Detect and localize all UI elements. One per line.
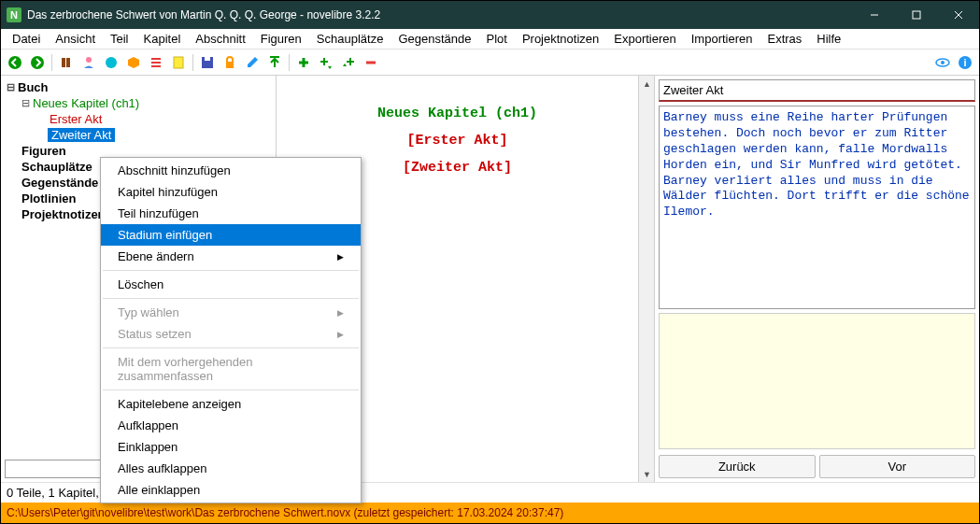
menu-ansicht[interactable]: Ansicht bbox=[48, 30, 103, 48]
svg-point-5 bbox=[31, 56, 44, 69]
app-icon: N bbox=[7, 7, 21, 22]
menu-kapitel[interactable]: Kapitel bbox=[136, 30, 189, 48]
svg-rect-1 bbox=[913, 11, 920, 19]
book-icon[interactable] bbox=[56, 52, 77, 73]
svg-rect-15 bbox=[205, 57, 210, 61]
info-icon[interactable]: i bbox=[955, 52, 975, 73]
menu-hilfe[interactable]: Hilfe bbox=[809, 30, 848, 48]
scroll-up-icon[interactable]: ▲ bbox=[639, 76, 655, 92]
tree-act2[interactable]: Zweiter Akt bbox=[1, 127, 276, 143]
titlebar: N Das zerbrochene Schwert von Martin Q. … bbox=[1, 1, 979, 29]
menu-projektnotizen[interactable]: Projektnotizen bbox=[515, 30, 606, 48]
svg-rect-10 bbox=[151, 58, 161, 60]
menu-abschnitt[interactable]: Abschnitt bbox=[188, 30, 252, 48]
ctx-insert-stage[interactable]: Stadium einfügen bbox=[101, 224, 361, 246]
window-title: Das zerbrochene Schwert von Martin Q. Q.… bbox=[27, 8, 853, 21]
svg-point-4 bbox=[8, 56, 21, 69]
doc-scrollbar[interactable]: ▲ ▼ bbox=[638, 76, 654, 482]
svg-rect-12 bbox=[151, 65, 161, 67]
maximize-button[interactable] bbox=[895, 1, 937, 29]
svg-rect-13 bbox=[174, 57, 183, 68]
ctx-expand-all[interactable]: Alles aufklappen bbox=[101, 458, 361, 479]
svg-rect-7 bbox=[66, 58, 70, 67]
save-icon[interactable] bbox=[197, 52, 218, 73]
ctx-delete[interactable]: Löschen bbox=[101, 274, 361, 295]
lock-icon[interactable] bbox=[220, 52, 240, 73]
svg-rect-11 bbox=[151, 62, 161, 64]
remove-icon[interactable] bbox=[361, 52, 381, 73]
tree-root-book[interactable]: ⊟Buch bbox=[1, 79, 276, 95]
doc-chapter-heading: Neues Kapitel (ch1) bbox=[284, 106, 631, 121]
menu-exportieren[interactable]: Exportieren bbox=[606, 30, 683, 48]
menubar: Datei Ansicht Teil Kapitel Abschnitt Fig… bbox=[1, 29, 979, 50]
export-icon[interactable] bbox=[264, 52, 285, 73]
plot-icon[interactable] bbox=[146, 52, 166, 73]
context-menu: Abschnitt hinzufügen Kapitel hinzufügen … bbox=[100, 157, 362, 503]
menu-schauplaetze[interactable]: Schauplätze bbox=[309, 30, 391, 48]
menu-importieren[interactable]: Importieren bbox=[684, 30, 760, 48]
item-icon[interactable] bbox=[123, 52, 144, 73]
add-icon[interactable] bbox=[293, 52, 314, 73]
svg-point-9 bbox=[106, 57, 117, 68]
svg-rect-16 bbox=[226, 62, 234, 68]
svg-rect-6 bbox=[62, 58, 65, 67]
ctx-expand[interactable]: Aufklappen bbox=[101, 415, 361, 436]
back-icon[interactable] bbox=[5, 52, 25, 73]
back-button[interactable]: Zurück bbox=[659, 455, 816, 478]
ctx-set-status: Status setzen▶ bbox=[101, 323, 361, 345]
svg-point-8 bbox=[86, 57, 92, 63]
path-bar: C:\Users\Peter\git\novelibre\test\work\D… bbox=[1, 503, 979, 523]
submenu-arrow-icon: ▶ bbox=[337, 330, 344, 339]
ctx-show-chapter-level[interactable]: Kapitelebene anzeigen bbox=[101, 393, 361, 415]
scroll-down-icon[interactable]: ▼ bbox=[639, 466, 655, 482]
menu-gegenstaende[interactable]: Gegenstände bbox=[391, 30, 478, 48]
submenu-arrow-icon: ▶ bbox=[337, 308, 344, 318]
tree-chapter[interactable]: ⊟Neues Kapitel (ch1) bbox=[1, 95, 276, 111]
view-toggle-icon[interactable] bbox=[932, 52, 953, 73]
menu-figuren[interactable]: Figuren bbox=[253, 30, 309, 48]
forward-icon[interactable] bbox=[27, 52, 48, 73]
close-button[interactable] bbox=[937, 1, 979, 29]
details-notes-field[interactable] bbox=[659, 313, 975, 449]
details-title-field[interactable]: Zweiter Akt bbox=[659, 79, 975, 102]
menu-teil[interactable]: Teil bbox=[103, 30, 136, 48]
forward-button[interactable]: Vor bbox=[819, 455, 976, 478]
tree-act1[interactable]: Erster Akt bbox=[1, 111, 276, 127]
doc-act1-heading: [Erster Akt] bbox=[284, 133, 631, 149]
ctx-collapse-all[interactable]: Alle einklappen bbox=[101, 479, 361, 501]
notes-icon[interactable] bbox=[168, 52, 189, 73]
svg-point-26 bbox=[941, 61, 944, 64]
ctx-choose-type: Typ wählen▶ bbox=[101, 302, 361, 323]
ctx-collapse[interactable]: Einklappen bbox=[101, 436, 361, 458]
menu-extras[interactable]: Extras bbox=[760, 30, 810, 48]
menu-datei[interactable]: Datei bbox=[5, 30, 48, 48]
toolbar: i bbox=[1, 50, 979, 76]
ctx-add-section[interactable]: Abschnitt hinzufügen bbox=[101, 160, 361, 181]
ctx-add-chapter[interactable]: Kapitel hinzufügen bbox=[101, 181, 361, 203]
ctx-add-part[interactable]: Teil hinzufügen bbox=[101, 203, 361, 224]
svg-text:i: i bbox=[963, 57, 966, 68]
add-parent-icon[interactable] bbox=[338, 52, 359, 73]
submenu-arrow-icon: ▶ bbox=[337, 252, 344, 262]
details-description-field[interactable]: Barney muss eine Reihe harter Prüfungen … bbox=[659, 106, 975, 309]
edit-icon[interactable] bbox=[242, 52, 263, 73]
minimize-button[interactable] bbox=[853, 1, 895, 29]
character-icon[interactable] bbox=[78, 52, 99, 73]
ctx-change-level[interactable]: Ebene ändern▶ bbox=[101, 246, 361, 267]
ctx-merge-prev: Mit dem vorhergehenden zusammenfassen bbox=[101, 351, 361, 387]
add-child-icon[interactable] bbox=[316, 52, 336, 73]
location-icon[interactable] bbox=[101, 52, 121, 73]
details-pane: Zweiter Akt Barney muss eine Reihe harte… bbox=[654, 76, 979, 482]
menu-plot[interactable]: Plot bbox=[478, 30, 514, 48]
